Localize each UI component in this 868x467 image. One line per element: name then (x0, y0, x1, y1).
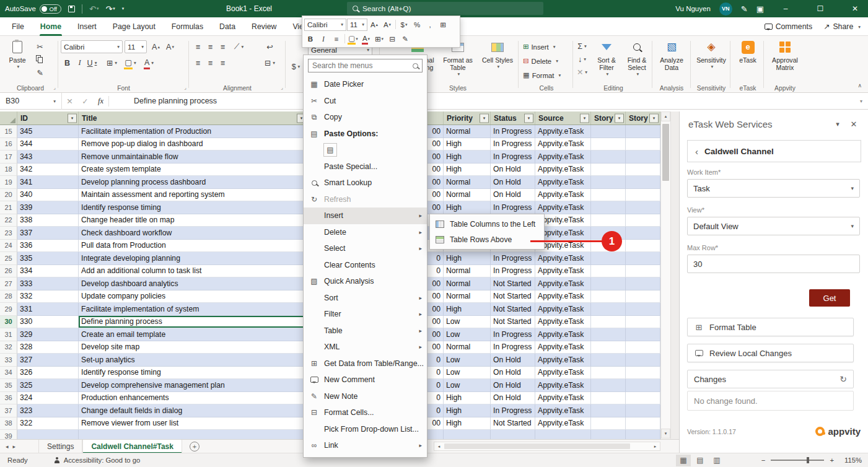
cell-status-28[interactable]: Not Started (491, 290, 535, 303)
mini-font-family-combo[interactable]: Calibri▾ (304, 19, 346, 31)
avatar[interactable]: VN (719, 2, 732, 15)
cell-storyn-27[interactable] (626, 277, 660, 290)
cell-story-31[interactable] (591, 328, 626, 341)
cell-title-37[interactable]: Change default fields in dialog (79, 404, 308, 417)
cell-status-36[interactable]: On Hold (491, 392, 535, 405)
menu-item-paste-option[interactable]: ▤ (304, 142, 427, 159)
menu-item-paste-special[interactable]: Paste Special... (304, 159, 427, 175)
cell-storyn-39[interactable] (626, 430, 660, 439)
cell-id-18[interactable]: 342 (17, 164, 79, 177)
field-work-item-select[interactable]: Task▾ (687, 179, 860, 198)
row-number-36[interactable]: 36 (0, 392, 17, 405)
row-number-35[interactable]: 35 (0, 379, 17, 392)
accounting-format-icon[interactable]: $▾ (289, 61, 302, 72)
align-bottom-icon[interactable]: ≡ (216, 41, 229, 53)
menu-item-new-comment[interactable]: New Comment (304, 372, 427, 388)
cell-id-19[interactable]: 341 (17, 176, 79, 189)
cell-storyn-15[interactable] (626, 125, 660, 138)
filter-icon[interactable]: ▾ (68, 113, 77, 123)
cell-source-19[interactable]: Appvity.eTask (535, 176, 591, 189)
normal-view-icon[interactable]: ▦ (676, 455, 691, 466)
channel-header[interactable]: ‹ Caldwell Channel (687, 140, 861, 162)
cell-status-31[interactable]: In Progress (491, 328, 535, 341)
cell-status-17[interactable]: In Progress (491, 151, 535, 164)
cell-id-21[interactable]: 339 (17, 201, 79, 214)
cell-title-25[interactable]: Integrate developing planning (79, 252, 308, 265)
cell-source-33[interactable]: Appvity.eTask (535, 354, 591, 367)
row-number-37[interactable]: 37 (0, 404, 17, 417)
menu-item-select[interactable]: Select▸ (304, 240, 427, 257)
format-table-button[interactable]: ⊞Format Table (687, 318, 854, 336)
cell-status-19[interactable]: On Hold (491, 176, 535, 189)
merge-center-icon[interactable]: ⊟▾ (263, 57, 276, 69)
cell-status-32[interactable]: In Progress (491, 341, 535, 354)
cell-story-38[interactable] (591, 417, 626, 430)
row-number-15[interactable]: 15 (0, 125, 17, 138)
row-number-30[interactable]: 30 (0, 316, 17, 329)
menu-item-clear-contents[interactable]: Clear Contents (304, 257, 427, 274)
cell-story-39[interactable] (591, 430, 626, 439)
name-box[interactable]: B30▾ (0, 93, 62, 110)
cell-title-27[interactable]: Develop dashboard analytics (79, 277, 308, 290)
back-chevron-icon[interactable]: ‹ (695, 146, 698, 157)
cell-status-26[interactable]: In Progress (491, 265, 535, 278)
cell-id-33[interactable]: 327 (17, 354, 79, 367)
menu-item-pick-from-drop-down-list[interactable]: Pick From Drop-down List... (304, 421, 427, 438)
menu-item-cut[interactable]: ✂Cut (304, 93, 427, 110)
bold-icon[interactable]: B (61, 57, 74, 69)
cell-source-35[interactable]: Appvity.eTask (535, 379, 591, 392)
cell-storyn-23[interactable] (626, 227, 660, 240)
cell-title-21[interactable]: Identify response timing (79, 201, 308, 214)
cell-storyn-20[interactable] (626, 189, 660, 202)
comma-style-icon[interactable]: , (424, 19, 436, 31)
page-layout-view-icon[interactable]: ▤ (693, 455, 708, 466)
cell-storyn-33[interactable] (626, 354, 660, 367)
refresh-icon[interactable]: ↻ (840, 374, 847, 384)
formula-bar-expand-icon[interactable]: ▾ (860, 98, 862, 104)
format-painter-icon[interactable]: ✎ (33, 67, 46, 79)
cell-storyn-24[interactable] (626, 240, 660, 253)
undo-icon[interactable]: ↶▾ (89, 4, 99, 14)
filter-icon[interactable]: ▾ (524, 113, 533, 123)
accounting-format-icon[interactable]: $▾ (398, 19, 410, 31)
cell-status-35[interactable]: On Hold (491, 379, 535, 392)
menu-item-new-note[interactable]: ✎New Note (304, 388, 427, 405)
cell-title-35[interactable]: Develop comprehensive management plan (79, 379, 308, 392)
cell-status-39[interactable] (491, 430, 535, 439)
cell-source-16[interactable]: Appvity.eTask (535, 138, 591, 151)
cell-title-28[interactable]: Update company policies (79, 290, 308, 303)
column-header-priority[interactable]: Priority▾ (444, 111, 491, 124)
cell-priority-37[interactable]: High (444, 404, 491, 417)
cell-title-16[interactable]: Remove pop-up dialog in dashboard (79, 138, 308, 151)
cell-title-26[interactable]: Add an additional column to task list (79, 265, 308, 278)
row-number-38[interactable]: 38 (0, 417, 17, 430)
zoom-thumb[interactable] (807, 457, 809, 463)
page-break-view-icon[interactable]: ▥ (709, 455, 724, 466)
menu-item-sort[interactable]: Sort▸ (304, 290, 427, 307)
search-box[interactable]: Search (Alt+Q) (347, 2, 543, 15)
cell-priority-28[interactable]: Normal (444, 290, 491, 303)
fill-icon[interactable]: ↓▾ (576, 53, 589, 65)
cell-source-37[interactable]: Appvity.eTask (535, 404, 591, 417)
cell-storyn-37[interactable] (626, 404, 660, 417)
shrink-font-icon[interactable]: A▾ (381, 19, 393, 31)
cell-priority-33[interactable]: Low (444, 354, 491, 367)
merge-center-icon[interactable]: ⊟ (386, 33, 398, 45)
cell-source-15[interactable]: Appvity.eTask (535, 125, 591, 138)
row-number-18[interactable]: 18 (0, 164, 17, 177)
cell-storyn-31[interactable] (626, 328, 660, 341)
cell-storyn-17[interactable] (626, 151, 660, 164)
cell-storyn-16[interactable] (626, 138, 660, 151)
cell-storyn-38[interactable] (626, 417, 660, 430)
grow-font-icon[interactable]: A▴ (368, 19, 380, 31)
cell-priority-30[interactable]: Low (444, 316, 491, 329)
cell-storyn-18[interactable] (626, 164, 660, 177)
cell-title-32[interactable]: Develop site map (79, 341, 308, 354)
cell-storyn-34[interactable] (626, 367, 660, 380)
align-right-icon[interactable]: ≡ (216, 57, 229, 69)
find-select-button[interactable]: Find & Select▾ (623, 38, 651, 77)
cell-story-19[interactable] (591, 176, 626, 189)
cell-title-20[interactable]: Maintain assessment and reporting system (79, 189, 308, 202)
row-number-20[interactable]: 20 (0, 189, 17, 202)
cell-title-29[interactable]: Facilitate implementation of system (79, 303, 308, 316)
